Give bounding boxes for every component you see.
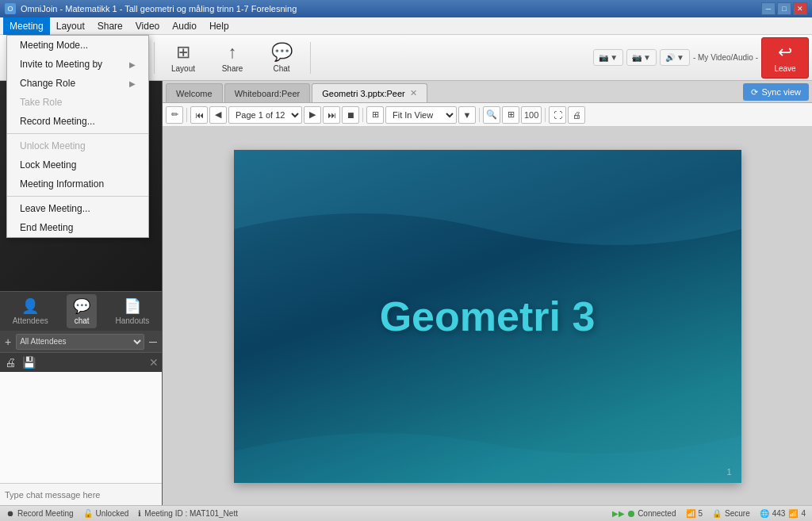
right-status: ▶▶ Connected [612,509,676,518]
zoom-percent: 100 [521,106,542,124]
audio-arrow: ▼ [676,53,684,62]
meeting-id-label: Meeting ID : MAT101_Nett [144,509,238,518]
sync-icon: ⟳ [751,87,758,98]
camera-off-control[interactable]: 📷 ▼ [626,49,657,66]
prev-page-button[interactable]: ◀ [209,106,227,124]
share-label: Share [222,64,243,73]
leave-button[interactable]: ↩ Leave [761,37,809,79]
slide-number: 1 [726,467,731,477]
last-page-button[interactable]: ⏭ [323,106,340,124]
signal-label: 5 [699,509,703,518]
zoom-controls[interactable]: ⊞ [502,106,519,124]
page-select[interactable]: Page 1 of 12 [228,106,302,124]
separator-2 [310,42,311,74]
fit-select[interactable]: Fit In View [385,106,457,124]
close-chat-button[interactable]: ✕ [149,356,159,369]
titlebar-title: OmniJoin - Matematikk 1 - Tall geometri … [21,4,297,13]
layout-button[interactable]: ⊞ Layout [159,37,207,79]
camera-off-arrow: ▼ [643,53,651,62]
chat-messages [0,372,162,483]
zoom-in-button[interactable]: 🔍 [483,106,500,124]
sync-view-button[interactable]: ⟳ Sync view [743,83,809,101]
stop-button[interactable]: ⏹ [342,106,359,124]
dd-record-meeting[interactable]: Record Meeting... [7,112,148,131]
dd-meeting-information[interactable]: Meeting Information [7,174,148,193]
chat-panel-label: chat [75,316,90,325]
sl-sep-4 [545,108,546,122]
lock-status: 🔓 Unlocked [83,509,129,518]
minimize-button[interactable]: ─ [761,2,776,15]
statusbar: ⏺ Record Meeting 🔓 Unlocked ℹ Meeting ID… [0,505,812,521]
secure-icon: 🔒 [712,509,722,518]
slide-container: Geometri 3 1 [234,150,741,483]
status-dot [628,511,634,517]
chat-button[interactable]: 💬 Chat [258,37,305,79]
menu-audio[interactable]: Audio [166,17,203,35]
tab-geometri[interactable]: Geometri 3.pptx:Peer ✕ [312,83,427,102]
menu-layout[interactable]: Layout [50,17,91,35]
pencil-button[interactable]: ✏ [166,106,183,124]
sl-sep-1 [186,108,187,122]
save-button[interactable]: 💾 [21,354,37,370]
attendees-select[interactable]: All Attendees [16,334,144,350]
fit-toggle[interactable]: ⊞ [366,106,384,124]
menu-help[interactable]: Help [203,17,236,35]
dd-meeting-mode[interactable]: Meeting Mode... [7,36,148,55]
chat-label: Chat [273,64,289,73]
chat-icon: 💬 [271,42,293,63]
audio-icon: 🔊 [665,53,675,62]
content-tabs: Welcome Whiteboard:Peer Geometri 3.pptx:… [163,81,812,103]
print-slide-button[interactable]: 🖨 [568,106,585,124]
info-icon: ℹ [138,509,141,518]
signal-status: 📶 5 [686,509,703,518]
dd-end-meeting[interactable]: End Meeting [7,218,148,237]
tab-whiteboard[interactable]: Whiteboard:Peer [224,83,311,102]
separator-1 [154,42,155,74]
titlebar-left: O OmniJoin - Matematikk 1 - Tall geometr… [5,3,297,14]
close-button[interactable]: ✕ [793,2,807,15]
tab-handouts[interactable]: 📄 Handouts [109,294,155,328]
chat-input-area[interactable] [0,483,162,505]
record-status: ⏺ Record Meeting [6,509,74,518]
camera-control[interactable]: 📷 ▼ [593,49,623,66]
app-icon: O [5,3,16,14]
titlebar: O OmniJoin - Matematikk 1 - Tall geometr… [0,0,812,17]
dd-lock-meeting[interactable]: Lock Meeting [7,155,148,174]
menu-share[interactable]: Share [91,17,129,35]
fit-btn2[interactable]: ▼ [458,106,476,124]
tab-close-button[interactable]: ✕ [410,88,417,98]
dd-sep-2 [7,196,148,197]
sl-sep-3 [479,108,480,122]
dd-sep-1 [7,133,148,134]
dd-change-role[interactable]: Change Role ▶ [7,74,148,93]
tab-attendees[interactable]: 👤 Attendees [6,294,55,328]
first-page-button[interactable]: ⏮ [190,106,208,124]
menu-video[interactable]: Video [129,17,166,35]
dd-invite-to-meeting[interactable]: Invite to Meeting by ▶ [7,55,148,74]
slide-area: Geometri 3 1 [163,127,812,505]
chat-input[interactable] [5,490,157,500]
share-button[interactable]: ↑ Share [209,37,256,79]
add-chat-button[interactable]: + [3,334,13,350]
camera-off-icon: 📷 [632,53,642,62]
print-button[interactable]: 🖨 [3,354,17,370]
tab-chat[interactable]: 💬 chat [67,294,97,328]
fullscreen-button[interactable]: ⛶ [549,106,566,124]
audio-control[interactable]: 🔊 ▼ [660,49,690,66]
leave-label: Leave [774,64,795,73]
meeting-id-status: ℹ Meeting ID : MAT101_Nett [138,509,238,518]
menu-meeting[interactable]: Meeting [3,17,50,35]
dd-leave-meeting[interactable]: Leave Meeting... [7,199,148,218]
unlock-label: Unlocked [96,509,129,518]
connected-indicator: ▶▶ [612,509,625,518]
camera-arrow: ▼ [610,53,618,62]
layout-icon: ⊞ [176,42,190,63]
dd-unlock-meeting: Unlock Meeting [7,136,148,155]
next-page-button[interactable]: ▶ [304,106,321,124]
maximize-button[interactable]: □ [777,2,791,15]
leave-icon: ↩ [778,42,792,63]
chat-minimize-button[interactable]: ─ [147,334,159,350]
tab-welcome[interactable]: Welcome [166,83,223,102]
chat-toolbar: + All Attendees ─ [0,331,162,353]
handouts-icon: 📄 [124,297,141,315]
